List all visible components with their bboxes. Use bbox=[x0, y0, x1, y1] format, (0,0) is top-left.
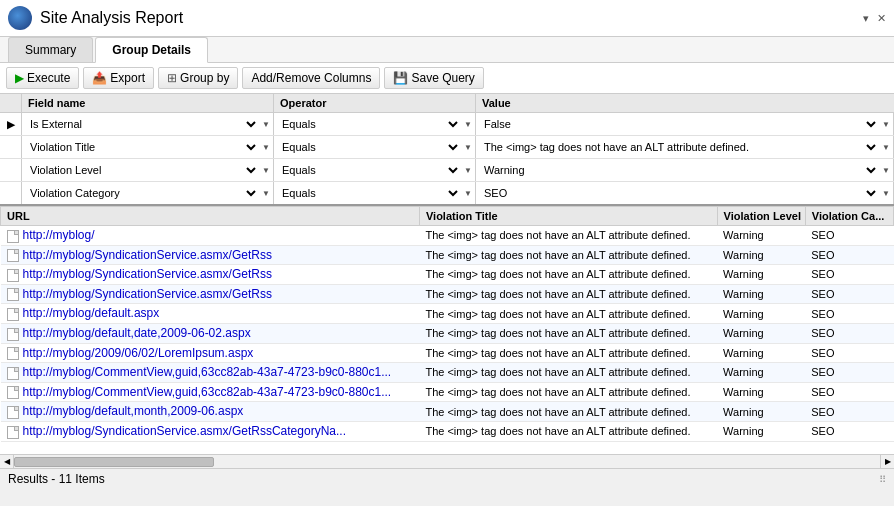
operator-dropdown-arrow-1[interactable]: ▼ bbox=[461, 120, 475, 129]
filter-field-1[interactable]: Is External ▼ bbox=[22, 113, 274, 135]
field-dropdown-arrow-3[interactable]: ▼ bbox=[259, 166, 273, 175]
table-row[interactable]: http://myblog/CommentView,guid,63cc82ab-… bbox=[1, 382, 894, 402]
operator-select-1[interactable]: Equals bbox=[274, 113, 461, 135]
execute-button[interactable]: ▶ Execute bbox=[6, 67, 79, 89]
col-header-violation-level[interactable]: Violation Level bbox=[717, 207, 805, 226]
table-row[interactable]: http://myblog/CommentView,guid,63cc82ab-… bbox=[1, 363, 894, 383]
filter-field-4[interactable]: Violation Category ▼ bbox=[22, 182, 274, 204]
cell-violation-title: The <img> tag does not have an ALT attri… bbox=[419, 343, 717, 363]
cell-url: http://myblog/SyndicationService.asmx/Ge… bbox=[1, 265, 420, 285]
tab-group-details[interactable]: Group Details bbox=[95, 37, 208, 63]
close-icon[interactable]: ✕ bbox=[877, 12, 886, 25]
filter-operator-4[interactable]: Equals ▼ bbox=[274, 182, 476, 204]
row-selected-arrow: ▶ bbox=[0, 113, 22, 135]
filter-field-3[interactable]: Violation Level ▼ bbox=[22, 159, 274, 181]
filter-operator-3[interactable]: Equals ▼ bbox=[274, 159, 476, 181]
minimize-icon[interactable]: ▾ bbox=[863, 12, 869, 25]
tabs-row: Summary Group Details bbox=[0, 37, 894, 63]
field-dropdown-arrow-2[interactable]: ▼ bbox=[259, 143, 273, 152]
filter-header-row: Field name Operator Value bbox=[0, 94, 894, 113]
page-icon bbox=[7, 367, 19, 380]
filter-field-2[interactable]: Violation Title ▼ bbox=[22, 136, 274, 158]
page-icon bbox=[7, 230, 19, 243]
filter-value-3[interactable]: Warning ▼ bbox=[476, 159, 894, 181]
table-row[interactable]: http://myblog/2009/06/02/LoremIpsum.aspx… bbox=[1, 343, 894, 363]
value-dropdown-arrow-1[interactable]: ▼ bbox=[879, 120, 893, 129]
cell-violation-title: The <img> tag does not have an ALT attri… bbox=[419, 226, 717, 246]
filter-header-arrow bbox=[0, 94, 22, 112]
table-row[interactable]: http://myblog/The <img> tag does not hav… bbox=[1, 226, 894, 246]
value-dropdown-arrow-4[interactable]: ▼ bbox=[879, 189, 893, 198]
cell-violation-category: SEO bbox=[805, 304, 893, 324]
save-query-button[interactable]: 💾 Save Query bbox=[384, 67, 483, 89]
page-icon bbox=[7, 269, 19, 282]
cell-violation-category: SEO bbox=[805, 382, 893, 402]
table-row[interactable]: http://myblog/SyndicationService.asmx/Ge… bbox=[1, 245, 894, 265]
app-icon bbox=[8, 6, 32, 30]
operator-dropdown-arrow-3[interactable]: ▼ bbox=[461, 166, 475, 175]
filter-row-1: ▶ Is External ▼ Equals ▼ False ▼ bbox=[0, 113, 894, 136]
cell-violation-category: SEO bbox=[805, 343, 893, 363]
export-button[interactable]: 📤 Export bbox=[83, 67, 154, 89]
table-row[interactable]: http://myblog/default.aspxThe <img> tag … bbox=[1, 304, 894, 324]
cell-violation-title: The <img> tag does not have an ALT attri… bbox=[419, 402, 717, 422]
table-row[interactable]: http://myblog/SyndicationService.asmx/Ge… bbox=[1, 421, 894, 441]
filter-value-4[interactable]: SEO ▼ bbox=[476, 182, 894, 204]
horizontal-scrollbar[interactable]: ◀ ▶ bbox=[0, 454, 894, 468]
filter-header-operator: Operator bbox=[274, 94, 476, 112]
resize-grip[interactable]: ⠿ bbox=[879, 474, 886, 485]
value-select-3[interactable]: Warning bbox=[476, 159, 879, 181]
results-area: URL Violation Title Violation Level Viol… bbox=[0, 206, 894, 454]
col-header-url[interactable]: URL bbox=[1, 207, 420, 226]
page-icon bbox=[7, 347, 19, 360]
execute-icon: ▶ bbox=[15, 71, 24, 85]
operator-dropdown-arrow-4[interactable]: ▼ bbox=[461, 189, 475, 198]
export-icon: 📤 bbox=[92, 71, 107, 85]
field-select-4[interactable]: Violation Category bbox=[22, 182, 259, 204]
operator-select-2[interactable]: Equals bbox=[274, 136, 461, 158]
filter-row-4: Violation Category ▼ Equals ▼ SEO ▼ bbox=[0, 182, 894, 204]
scrollbar-thumb[interactable] bbox=[14, 457, 214, 467]
group-by-button[interactable]: ⊞ Group by bbox=[158, 67, 238, 89]
filter-operator-1[interactable]: Equals ▼ bbox=[274, 113, 476, 135]
cell-url: http://myblog/default,date,2009-06-02.as… bbox=[1, 323, 420, 343]
field-select-1[interactable]: Is External bbox=[22, 113, 259, 135]
operator-select-3[interactable]: Equals bbox=[274, 159, 461, 181]
field-select-2[interactable]: Violation Title bbox=[22, 136, 259, 158]
operator-select-4[interactable]: Equals bbox=[274, 182, 461, 204]
filter-operator-2[interactable]: Equals ▼ bbox=[274, 136, 476, 158]
value-dropdown-arrow-3[interactable]: ▼ bbox=[879, 166, 893, 175]
value-select-1[interactable]: False bbox=[476, 113, 879, 135]
row-empty-2 bbox=[0, 136, 22, 158]
row-empty-3 bbox=[0, 159, 22, 181]
field-select-3[interactable]: Violation Level bbox=[22, 159, 259, 181]
col-header-violation-title[interactable]: Violation Title bbox=[419, 207, 717, 226]
table-row[interactable]: http://myblog/default,month,2009-06.aspx… bbox=[1, 402, 894, 422]
field-dropdown-arrow-4[interactable]: ▼ bbox=[259, 189, 273, 198]
tab-summary[interactable]: Summary bbox=[8, 37, 93, 62]
filter-value-2[interactable]: The <img> tag does not have an ALT attri… bbox=[476, 136, 894, 158]
scroll-left-arrow[interactable]: ◀ bbox=[0, 455, 14, 469]
table-row[interactable]: http://myblog/default,date,2009-06-02.as… bbox=[1, 323, 894, 343]
col-header-violation-category[interactable]: Violation Ca... bbox=[805, 207, 893, 226]
operator-dropdown-arrow-2[interactable]: ▼ bbox=[461, 143, 475, 152]
table-row[interactable]: http://myblog/SyndicationService.asmx/Ge… bbox=[1, 284, 894, 304]
page-icon bbox=[7, 328, 19, 341]
value-select-4[interactable]: SEO bbox=[476, 182, 879, 204]
row-empty-4 bbox=[0, 182, 22, 204]
filter-row-2: Violation Title ▼ Equals ▼ The <img> tag… bbox=[0, 136, 894, 159]
page-icon bbox=[7, 406, 19, 419]
value-select-2[interactable]: The <img> tag does not have an ALT attri… bbox=[476, 136, 879, 158]
cell-violation-level: Warning bbox=[717, 363, 805, 383]
cell-url: http://myblog/SyndicationService.asmx/Ge… bbox=[1, 284, 420, 304]
field-dropdown-arrow-1[interactable]: ▼ bbox=[259, 120, 273, 129]
cell-violation-category: SEO bbox=[805, 402, 893, 422]
scroll-right-arrow[interactable]: ▶ bbox=[880, 455, 894, 469]
filter-value-1[interactable]: False ▼ bbox=[476, 113, 894, 135]
scrollbar-track[interactable] bbox=[14, 455, 880, 468]
value-dropdown-arrow-2[interactable]: ▼ bbox=[879, 143, 893, 152]
cell-violation-title: The <img> tag does not have an ALT attri… bbox=[419, 245, 717, 265]
add-remove-columns-button[interactable]: Add/Remove Columns bbox=[242, 67, 380, 89]
table-row[interactable]: http://myblog/SyndicationService.asmx/Ge… bbox=[1, 265, 894, 285]
cell-url: http://myblog/2009/06/02/LoremIpsum.aspx bbox=[1, 343, 420, 363]
